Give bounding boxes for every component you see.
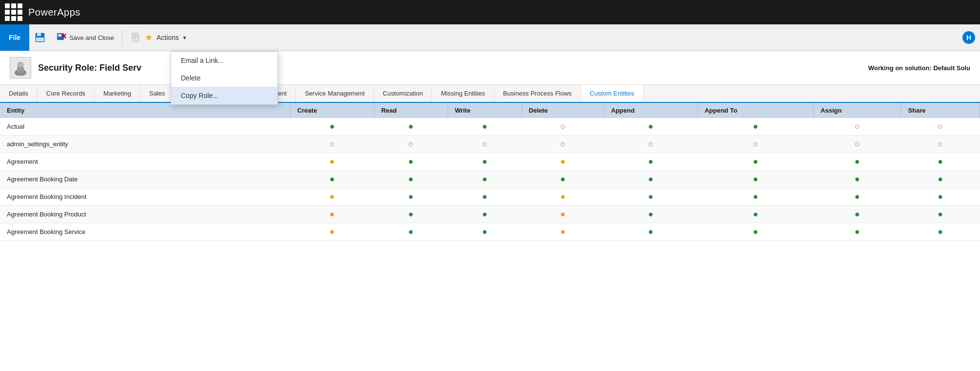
perm-cell-share[interactable]: ● <box>901 171 980 188</box>
table-header-row: EntityCreateReadWriteDeleteAppendAppend … <box>0 103 980 118</box>
save-button[interactable] <box>29 24 51 51</box>
perm-cell-share[interactable]: ● <box>901 188 980 206</box>
perm-cell-write[interactable]: ● <box>448 223 522 241</box>
save-close-button[interactable]: Save and Close <box>51 24 120 51</box>
perm-cell-assign[interactable]: ○ <box>814 136 901 153</box>
perm-cell-appendto[interactable]: ● <box>698 171 814 188</box>
perm-icon-green: ● <box>753 227 758 236</box>
dropdown-item-delete[interactable]: Delete <box>171 69 277 87</box>
perm-cell-read[interactable]: ● <box>374 223 448 241</box>
perm-cell-share[interactable]: ○ <box>901 136 980 153</box>
perm-cell-write[interactable]: ● <box>448 118 522 136</box>
perm-cell-assign[interactable]: ● <box>814 188 901 206</box>
perm-cell-delete[interactable]: ● <box>522 188 604 206</box>
perm-cell-create[interactable]: ● <box>290 118 374 136</box>
page-icon <box>131 33 141 42</box>
perm-icon-green: ● <box>408 121 413 131</box>
perm-cell-assign[interactable]: ● <box>814 206 901 223</box>
toolbar-divider <box>122 30 122 45</box>
perm-cell-read[interactable]: ● <box>374 153 448 171</box>
perm-cell-share[interactable]: ● <box>901 223 980 241</box>
perm-cell-append[interactable]: ● <box>604 206 698 223</box>
perm-icon-green: ● <box>753 156 758 166</box>
tab-business-process-flows[interactable]: Business Process Flows <box>494 85 581 102</box>
perm-cell-append[interactable]: ● <box>604 118 698 136</box>
perm-icon-yellow: ● <box>560 156 566 166</box>
table-body: Actual●●●○●●○○admin_settings_entity○○○○○… <box>0 118 980 241</box>
perm-cell-write[interactable]: ○ <box>448 136 522 153</box>
perm-cell-assign[interactable]: ● <box>814 171 901 188</box>
app-title: PowerApps <box>28 7 80 18</box>
perm-cell-appendto[interactable]: ● <box>698 153 814 171</box>
entity-cell: Agreement Booking Product <box>0 206 290 223</box>
perm-cell-share[interactable]: ○ <box>901 118 980 136</box>
perm-cell-write[interactable]: ● <box>448 171 522 188</box>
perm-cell-assign[interactable]: ● <box>814 223 901 241</box>
perm-cell-share[interactable]: ● <box>901 153 980 171</box>
tabs-bar: DetailsCore RecordsMarketingSalesService… <box>0 85 980 103</box>
perm-cell-read[interactable]: ● <box>374 171 448 188</box>
dropdown-item-email-link[interactable]: Email a Link... <box>171 52 277 69</box>
perm-cell-append[interactable]: ● <box>604 153 698 171</box>
perm-cell-write[interactable]: ● <box>448 206 522 223</box>
perm-icon-green: ● <box>482 192 488 201</box>
file-button[interactable]: File <box>0 24 29 51</box>
perm-icon-yellow: ● <box>330 227 335 236</box>
perm-cell-delete[interactable]: ● <box>522 171 604 188</box>
perm-cell-read[interactable]: ● <box>374 118 448 136</box>
actions-button[interactable]: ★ Actions ▼ <box>124 24 194 51</box>
entity-cell: Agreement <box>0 153 290 171</box>
entity-cell: Agreement Booking Service <box>0 223 290 241</box>
tab-service-management[interactable]: Service Management <box>296 85 374 102</box>
perm-icon-green: ● <box>938 227 943 236</box>
tab-custom-entities[interactable]: Custom Entities <box>581 85 644 103</box>
svg-rect-2 <box>38 34 40 36</box>
perm-cell-append[interactable]: ● <box>604 171 698 188</box>
working-on-solution: Working on solution: Default Solu <box>868 64 970 72</box>
perm-cell-delete[interactable]: ○ <box>522 118 604 136</box>
entity-cell: Agreement Booking Incident <box>0 188 290 206</box>
perm-cell-read[interactable]: ● <box>374 188 448 206</box>
perm-cell-appendto[interactable]: ● <box>698 118 814 136</box>
perm-cell-create[interactable]: ● <box>290 188 374 206</box>
perm-cell-read[interactable]: ● <box>374 206 448 223</box>
perm-icon-red-empty: ○ <box>560 139 566 149</box>
perm-cell-create[interactable]: ○ <box>290 136 374 153</box>
tab-customization[interactable]: Customization <box>374 85 432 102</box>
perm-cell-append[interactable]: ● <box>604 223 698 241</box>
save-close-label: Save and Close <box>69 34 114 41</box>
perm-cell-read[interactable]: ○ <box>374 136 448 153</box>
tab-core-records[interactable]: Core Records <box>38 85 95 102</box>
perm-cell-create[interactable]: ● <box>290 223 374 241</box>
perm-cell-appendto[interactable]: ● <box>698 206 814 223</box>
svg-point-16 <box>18 62 23 67</box>
perm-cell-share[interactable]: ● <box>901 206 980 223</box>
perm-cell-assign[interactable]: ● <box>814 153 901 171</box>
dropdown-item-copy-role[interactable]: Copy Role... <box>171 87 277 104</box>
perm-cell-append[interactable]: ● <box>604 188 698 206</box>
perm-cell-append[interactable]: ○ <box>604 136 698 153</box>
table-row: Agreement Booking Product●●●●●●●● <box>0 206 980 223</box>
help-button[interactable]: H <box>962 31 975 44</box>
page-header-icon <box>10 57 31 78</box>
perm-cell-delete[interactable]: ● <box>522 206 604 223</box>
perm-cell-appendto[interactable]: ○ <box>698 136 814 153</box>
perm-cell-create[interactable]: ● <box>290 171 374 188</box>
perm-icon-yellow: ● <box>330 156 335 166</box>
tab-details[interactable]: Details <box>0 85 38 102</box>
actions-chevron-icon: ▼ <box>182 35 187 40</box>
perm-cell-delete[interactable]: ○ <box>522 136 604 153</box>
perm-cell-write[interactable]: ● <box>448 188 522 206</box>
perm-cell-create[interactable]: ● <box>290 206 374 223</box>
perm-cell-create[interactable]: ● <box>290 153 374 171</box>
perm-cell-appendto[interactable]: ● <box>698 223 814 241</box>
perm-cell-assign[interactable]: ○ <box>814 118 901 136</box>
tab-sales[interactable]: Sales <box>140 85 175 102</box>
perm-cell-appendto[interactable]: ● <box>698 188 814 206</box>
perm-cell-delete[interactable]: ● <box>522 223 604 241</box>
tab-missing-entities[interactable]: Missing Entities <box>432 85 494 102</box>
perm-cell-delete[interactable]: ● <box>522 153 604 171</box>
waffle-icon[interactable] <box>5 3 22 21</box>
tab-marketing[interactable]: Marketing <box>95 85 140 102</box>
perm-cell-write[interactable]: ● <box>448 153 522 171</box>
